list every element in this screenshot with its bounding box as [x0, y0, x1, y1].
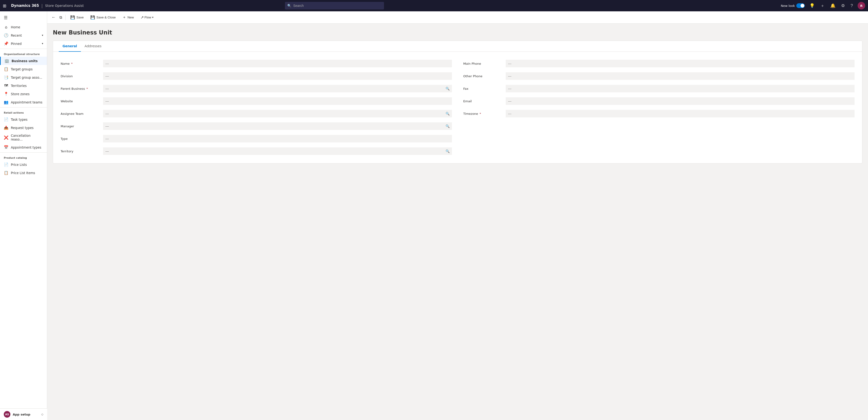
sidebar-item-label: Price Lists [11, 163, 27, 167]
sidebar-item-price-list-items[interactable]: 📋 Price List Items [0, 169, 47, 177]
field-value-type: --- [105, 137, 109, 141]
target-group-asso-icon: 📑 [4, 75, 8, 80]
sidebar-footer[interactable]: AS App setup ◇ [0, 409, 47, 420]
sidebar-item-label: Home [11, 25, 20, 29]
toolbar: ← ⧉ 💾 Save 💾 Save & Close ＋ New ↗ Flow ▾ [47, 11, 868, 24]
sidebar-item-recent[interactable]: 🕐 Recent ▾ [0, 31, 47, 39]
search-input[interactable] [293, 4, 382, 7]
main-content: ← ⧉ 💾 Save 💾 Save & Close ＋ New ↗ Flow ▾… [47, 11, 868, 420]
tab-addresses[interactable]: Addresses [81, 41, 105, 52]
form-right-column: Main Phone --- Other Phone --- [463, 57, 855, 158]
sidebar-item-label: Target groups [11, 67, 33, 71]
field-input-territory[interactable]: --- 🔍 [103, 147, 452, 155]
right-actions: New look 💡 ＋ 🔔 ⚙ ? R [781, 2, 865, 9]
sidebar-item-territories[interactable]: 🗺 Territories [0, 82, 47, 90]
new-look-toggle[interactable]: New look [781, 3, 805, 8]
brand-separator: | [41, 3, 43, 8]
field-value-parent-business: --- [105, 87, 109, 90]
form-body: Name * --- Division --- [53, 52, 862, 163]
field-input-website[interactable]: --- [103, 97, 452, 105]
sidebar-item-label: Task types [11, 118, 28, 121]
chevron-down-icon: ▾ [42, 42, 43, 45]
new-look-label: New look [781, 4, 795, 7]
brand: Dynamics 365 | Store Operations Assist [9, 3, 86, 8]
sidebar-item-label: Business units [11, 59, 37, 63]
app-setup-chevron: ◇ [41, 413, 43, 416]
sidebar-item-price-lists[interactable]: 📄 Price Lists [0, 160, 47, 169]
back-button[interactable]: ← [50, 13, 57, 21]
field-label-other-phone: Other Phone [463, 75, 506, 78]
field-row-assignee-team: Assignee Team --- 🔍 [61, 108, 452, 120]
new-look-switch[interactable] [796, 3, 805, 8]
field-label-division: Division [61, 75, 103, 78]
sidebar-divider-retail [0, 107, 47, 108]
field-label-name: Name * [61, 62, 103, 65]
field-input-type[interactable]: --- [103, 135, 452, 142]
field-input-email[interactable]: --- [506, 97, 855, 105]
notification-icon[interactable]: 🔔 [829, 2, 836, 9]
sidebar-item-label: Territories [11, 84, 27, 88]
sidebar-item-label: Target group asso... [11, 76, 42, 79]
sidebar-item-label: Appointment teams [11, 101, 42, 104]
field-value-fax: --- [508, 87, 512, 90]
appointment-types-icon: 📅 [4, 145, 8, 149]
home-icon: ⌂ [4, 25, 8, 29]
sidebar-hamburger[interactable]: ☰ [0, 13, 47, 22]
field-row-territory: Territory --- 🔍 [61, 145, 452, 158]
plus-icon[interactable]: ＋ [819, 2, 826, 9]
tab-general[interactable]: General [59, 41, 81, 52]
field-value-website: --- [105, 100, 109, 103]
field-input-manager[interactable]: --- 🔍 [103, 122, 452, 130]
save-close-button[interactable]: 💾 Save & Close [88, 14, 119, 21]
save-button[interactable]: 💾 Save [67, 14, 87, 21]
waffle-icon[interactable]: ⊞ [3, 3, 6, 8]
avatar[interactable]: R [858, 2, 865, 9]
product-section-title: Product catalog [0, 153, 47, 160]
field-input-name[interactable]: --- [103, 60, 452, 67]
sidebar-item-cancellation-reaso[interactable]: ❌ Cancellation reaso... [0, 132, 47, 143]
sidebar-item-target-groups[interactable]: 📋 Target groups [0, 65, 47, 73]
field-input-main-phone[interactable]: --- [506, 60, 855, 67]
sidebar-item-appointment-types[interactable]: 📅 Appointment types [0, 143, 47, 151]
field-input-parent-business[interactable]: --- 🔍 [103, 85, 452, 92]
field-value-timezone: --- [508, 112, 512, 115]
flow-button[interactable]: ↗ Flow ▾ [138, 14, 157, 21]
sidebar-item-appointment-teams[interactable]: 👥 Appointment teams [0, 98, 47, 106]
search-icon: 🔍 [445, 112, 450, 115]
search-box[interactable]: 🔍 [285, 2, 384, 9]
brand-d365: Dynamics 365 [9, 4, 41, 8]
field-input-assignee-team[interactable]: --- 🔍 [103, 110, 452, 117]
lightbulb-icon[interactable]: 💡 [809, 2, 816, 9]
field-input-division[interactable]: --- [103, 72, 452, 80]
app-setup-label: App setup [13, 413, 39, 416]
sidebar-item-store-zones[interactable]: 📍 Store zones [0, 90, 47, 98]
field-row-type: Type --- [61, 133, 452, 145]
restore-button[interactable]: ⧉ [58, 14, 63, 21]
field-row-parent-business: Parent Business * --- 🔍 [61, 82, 452, 95]
sidebar-item-label: Recent [11, 33, 22, 37]
help-icon[interactable]: ? [849, 2, 854, 9]
sidebar-item-target-group-asso[interactable]: 📑 Target group asso... [0, 73, 47, 82]
new-label: New [128, 16, 134, 19]
field-input-fax[interactable]: --- [506, 85, 855, 92]
sidebar-item-label: Appointment types [11, 145, 41, 149]
territories-icon: 🗺 [4, 83, 8, 88]
field-input-other-phone[interactable]: --- [506, 72, 855, 80]
sidebar-item-request-types[interactable]: 📤 Request types [0, 123, 47, 132]
field-value-territory: --- [105, 149, 109, 153]
sidebar-item-task-types[interactable]: 📄 Task types [0, 115, 47, 123]
flow-label: Flow [145, 16, 151, 19]
new-button[interactable]: ＋ New [120, 13, 137, 21]
sidebar-item-pinned[interactable]: 📌 Pinned ▾ [0, 39, 47, 48]
top-nav: ⊞ Dynamics 365 | Store Operations Assist… [0, 0, 868, 11]
pin-icon: 📌 [4, 41, 8, 46]
field-label-website: Website [61, 100, 103, 103]
settings-icon[interactable]: ⚙ [840, 2, 846, 9]
sidebar-item-home[interactable]: ⌂ Home [0, 23, 47, 31]
save-label: Save [76, 16, 84, 19]
search-icon: 🔍 [445, 124, 450, 128]
appointment-teams-icon: 👥 [4, 100, 8, 104]
sidebar-item-business-units[interactable]: 🏢 Business units [0, 57, 47, 65]
field-input-timezone[interactable]: --- [506, 110, 855, 117]
task-types-icon: 📄 [4, 117, 8, 122]
